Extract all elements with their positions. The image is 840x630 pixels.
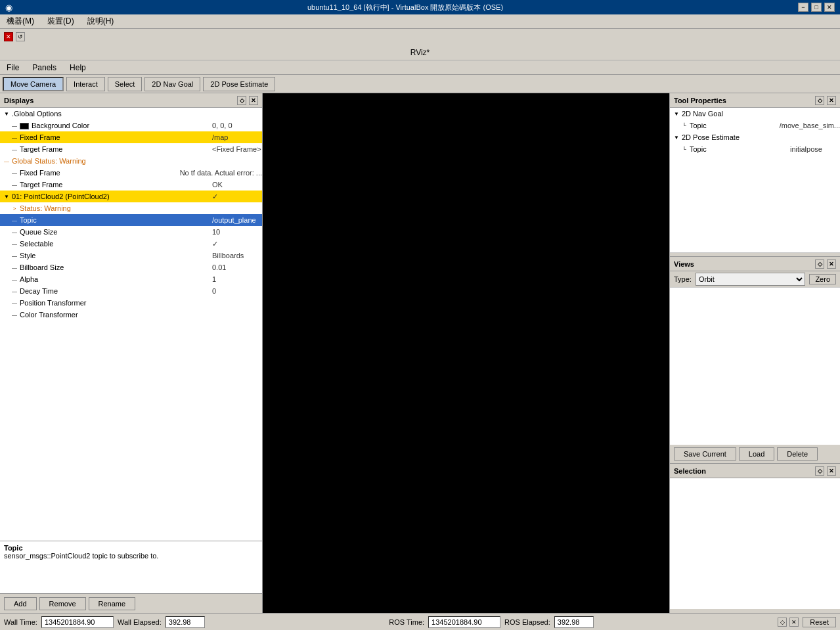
tool-properties-tree[interactable]: ▼2D Nav Goal└Topic/move_base_sim...▼2D P…	[670, 108, 840, 252]
displays-add-button[interactable]: Add	[4, 597, 37, 610]
tree-item-value: /output_plane	[210, 216, 262, 224]
tree-expand-icon[interactable]: —	[11, 135, 18, 141]
display-tree-item[interactable]: —Queue Size10	[0, 226, 262, 238]
display-tree-item[interactable]: —Color Transformer	[0, 309, 262, 321]
display-tree-item[interactable]: —Alpha1	[0, 273, 262, 285]
tree-expand-icon[interactable]: ▼	[3, 111, 11, 117]
views-load-button[interactable]: Load	[739, 447, 774, 461]
rviz-menu-help[interactable]: Help	[66, 62, 90, 74]
views-delete-button[interactable]: Delete	[777, 447, 818, 461]
tool-tree-item[interactable]: ▼2D Nav Goal	[670, 108, 840, 120]
display-tree-item[interactable]: —Billboard Size0.01	[0, 261, 262, 273]
display-tree-item[interactable]: —Fixed Frame/map	[0, 131, 262, 143]
tree-expand-icon[interactable]: —	[11, 312, 18, 318]
display-tree-item[interactable]: —Topic/output_plane	[0, 214, 262, 226]
toolbar-button-2d-nav-goal[interactable]: 2D Nav Goal	[144, 77, 200, 91]
tree-expand-icon[interactable]: —	[3, 158, 11, 164]
description-title: Topic	[4, 544, 258, 552]
tree-expand-icon[interactable]: —	[11, 265, 18, 271]
display-tree-item[interactable]: >Status: Warning	[0, 202, 262, 214]
views-zero-button[interactable]: Zero	[809, 274, 836, 284]
minimize-button[interactable]: −	[798, 3, 808, 12]
display-tree-item[interactable]: —Target Frame<Fixed Frame>	[0, 143, 262, 155]
tool-props-float-button[interactable]: ◇	[815, 96, 824, 105]
tree-expand-icon[interactable]: —	[11, 253, 18, 259]
displays-remove-button[interactable]: Remove	[39, 597, 86, 610]
main-layout: Displays ◇ ✕ ▼.Global Options—Background…	[0, 93, 840, 613]
tree-expand-icon[interactable]: —	[11, 146, 18, 152]
tool-tree-item[interactable]: └Topicinitialpose	[670, 143, 840, 155]
ros-time-input[interactable]	[428, 616, 500, 628]
display-tree-item[interactable]: —Background Color0, 0, 0	[0, 120, 262, 131]
statusbar-right-controls: ◇ ✕	[778, 618, 799, 627]
display-tree-item[interactable]: ▼.Global Options	[0, 108, 262, 120]
rviz-menu-panels[interactable]: Panels	[28, 62, 60, 74]
maximize-button[interactable]: □	[811, 3, 822, 12]
display-tree-item[interactable]: —Target FrameOK	[0, 179, 262, 191]
displays-rename-button[interactable]: Rename	[89, 597, 136, 610]
display-tree-item[interactable]: —Decay Time0	[0, 285, 262, 297]
tree-expand-icon[interactable]: —	[11, 288, 18, 294]
tree-expand-icon[interactable]: ▼	[673, 111, 680, 117]
ros-elapsed-input[interactable]	[554, 616, 594, 628]
toolbar-button-interact[interactable]: Interact	[66, 77, 105, 91]
views-type-select[interactable]: Orbit	[696, 273, 805, 286]
toolbar-button-move-camera[interactable]: Move Camera	[3, 77, 64, 91]
tree-expand-icon[interactable]: ▼	[3, 194, 11, 200]
app-close-button[interactable]: ✕	[4, 32, 13, 41]
rviz-menu-file[interactable]: File	[3, 62, 23, 74]
displays-float-button[interactable]: ◇	[237, 96, 246, 105]
vm-menubar: 機器(M) 裝置(D) 說明(H)	[0, 14, 840, 29]
tool-tree-item[interactable]: └Topic/move_base_sim...	[670, 120, 840, 131]
tree-expand-icon[interactable]: —	[11, 182, 18, 188]
rviz-title-bar: RViz*	[0, 45, 840, 60]
tree-expand-icon[interactable]: —	[11, 170, 18, 176]
displays-title: Displays	[4, 97, 33, 104]
toolbar-button-select[interactable]: Select	[108, 77, 143, 91]
tree-expand-icon[interactable]: —	[11, 241, 18, 247]
vm-menu-item-help[interactable]: 說明(H)	[83, 14, 118, 28]
close-button[interactable]: ✕	[824, 3, 835, 12]
description-text: sensor_msgs::PointCloud2 topic to subscr…	[4, 552, 258, 560]
statusbar-float-button[interactable]: ◇	[778, 618, 787, 627]
tree-expand-icon[interactable]: └	[680, 146, 688, 152]
displays-close-button[interactable]: ✕	[249, 96, 258, 105]
ros-time-label: ROS Time:	[389, 618, 424, 626]
tree-expand-icon[interactable]: —	[11, 229, 18, 235]
tree-expand-icon[interactable]: └	[680, 123, 688, 129]
tool-properties-controls: ◇ ✕	[815, 96, 836, 105]
canvas-area[interactable]	[263, 93, 669, 613]
selection-float-button[interactable]: ◇	[815, 466, 824, 476]
display-tree-item[interactable]: —Global Status: Warning	[0, 155, 262, 167]
views-save-current-button[interactable]: Save Current	[674, 447, 736, 461]
display-tree-item[interactable]: —Position Transformer	[0, 297, 262, 309]
tree-expand-icon[interactable]: >	[11, 206, 18, 212]
vm-menu-item-machine[interactable]: 機器(M)	[3, 14, 38, 28]
tree-expand-icon[interactable]: —	[11, 300, 18, 306]
display-tree-item[interactable]: —StyleBillboards	[0, 250, 262, 261]
tree-expand-icon[interactable]: —	[11, 123, 18, 129]
reset-button[interactable]: Reset	[803, 617, 836, 627]
tree-expand-icon[interactable]: ▼	[673, 135, 680, 141]
tool-properties-panel: Tool Properties ◇ ✕ ▼2D Nav Goal└Topic/m…	[670, 93, 840, 257]
wall-time-input[interactable]	[41, 616, 114, 628]
wall-elapsed-input[interactable]	[166, 616, 205, 628]
display-tree-item[interactable]: —Selectable✓	[0, 238, 262, 250]
toolbar-button-2d-pose-estimate[interactable]: 2D Pose Estimate	[203, 77, 275, 91]
tree-expand-icon[interactable]: —	[11, 217, 18, 223]
tree-item-value: 0, 0, 0	[210, 122, 262, 129]
statusbar-close-button[interactable]: ✕	[789, 618, 799, 627]
display-tree-item[interactable]: ▼01: PointCloud2 (PointCloud2)✓	[0, 191, 262, 202]
tool-tree-item[interactable]: ▼2D Pose Estimate	[670, 131, 840, 143]
selection-close-button[interactable]: ✕	[827, 466, 836, 476]
views-float-button[interactable]: ◇	[815, 259, 824, 269]
app-refresh-button[interactable]: ↺	[16, 32, 25, 41]
tree-expand-icon[interactable]: —	[11, 277, 18, 282]
display-tree-item[interactable]: —Fixed FrameNo tf data. Actual error: ..…	[0, 167, 262, 179]
vm-menu-item-devices[interactable]: 裝置(D)	[43, 14, 78, 28]
tree-item-value: Billboards	[210, 252, 262, 259]
tree-item-value: ✓	[210, 192, 262, 201]
views-close-button[interactable]: ✕	[827, 259, 836, 269]
tool-props-close-button[interactable]: ✕	[827, 96, 836, 105]
displays-tree[interactable]: ▼.Global Options—Background Color0, 0, 0…	[0, 108, 262, 541]
